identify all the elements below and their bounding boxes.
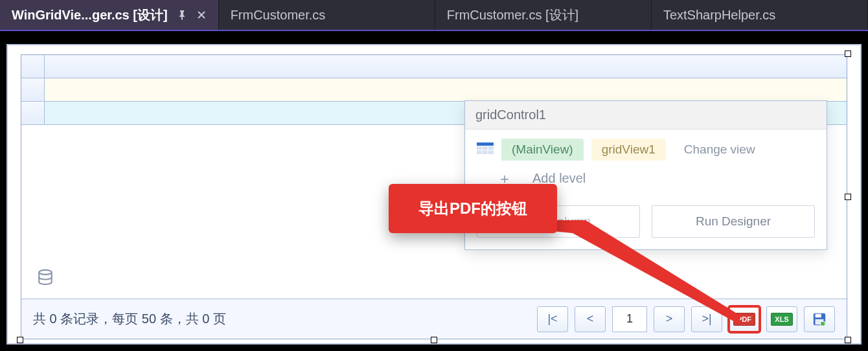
annotation-callout: 导出PDF的按钮 [389, 184, 557, 233]
tab-label: FrmCustomer.cs [231, 8, 326, 23]
export-pdf-button[interactable]: PDF [729, 306, 760, 332]
grid-row [21, 78, 847, 102]
grid-footer: 共 0 条记录，每页 50 条，共 0 页 |< < > >| PDF XLS [21, 299, 847, 339]
close-icon[interactable] [196, 10, 207, 20]
tab-frmcustomer-cs[interactable]: FrmCustomer.cs [219, 0, 435, 30]
run-designer-button[interactable]: Run Designer [652, 205, 815, 238]
save-layout-button[interactable] [804, 306, 835, 332]
floppy-icon [812, 312, 827, 326]
pager: |< < > >| PDF XLS [537, 306, 835, 332]
change-view-link[interactable]: Change view [674, 139, 766, 161]
main-view-chip[interactable]: (MainView) [501, 139, 584, 161]
selection-handle[interactable] [431, 337, 437, 343]
pager-first-button[interactable]: |< [537, 306, 568, 332]
svg-rect-7 [816, 313, 821, 317]
grid-glyph-icon [477, 142, 494, 157]
grid-column-header [21, 55, 847, 78]
record-status-text: 共 0 条记录，每页 50 条，共 0 页 [33, 310, 537, 328]
tab-textsharphelper[interactable]: TextSharpHelper.cs [652, 0, 868, 30]
grid-corner [21, 55, 45, 78]
pager-page-input[interactable] [612, 306, 647, 332]
pager-prev-button[interactable]: < [575, 306, 606, 332]
datasource-icon[interactable] [37, 269, 54, 288]
smart-tag-title: gridControl1 [465, 101, 827, 130]
tab-label: TextSharpHelper.cs [663, 8, 775, 23]
pager-last-button[interactable]: >| [691, 306, 722, 332]
svg-rect-9 [821, 321, 825, 325]
selection-handle[interactable] [845, 337, 851, 343]
tab-label: WinGridVie...ger.cs [设计] [12, 6, 168, 24]
grid-view-chip[interactable]: gridView1 [591, 139, 666, 161]
callout-text: 导出PDF的按钮 [389, 184, 557, 233]
ide-window: WinGridVie...ger.cs [设计] FrmCustomer.cs … [0, 0, 868, 351]
selection-handle[interactable] [845, 194, 851, 200]
tab-designer-active[interactable]: WinGridVie...ger.cs [设计] [0, 0, 219, 30]
svg-point-0 [39, 270, 52, 275]
pdf-icon: PDF [733, 313, 755, 326]
pin-icon[interactable] [177, 10, 187, 20]
tab-frmcustomer-designer[interactable]: FrmCustomer.cs [设计] [435, 0, 652, 30]
document-tabbar: WinGridVie...ger.cs [设计] FrmCustomer.cs … [0, 0, 868, 31]
tab-label: FrmCustomer.cs [设计] [447, 6, 578, 24]
export-xls-button[interactable]: XLS [766, 306, 797, 332]
selection-handle[interactable] [845, 51, 851, 57]
svg-rect-1 [477, 142, 494, 146]
selection-handle[interactable] [17, 337, 23, 343]
pager-next-button[interactable]: > [654, 306, 685, 332]
xls-icon: XLS [771, 313, 792, 326]
